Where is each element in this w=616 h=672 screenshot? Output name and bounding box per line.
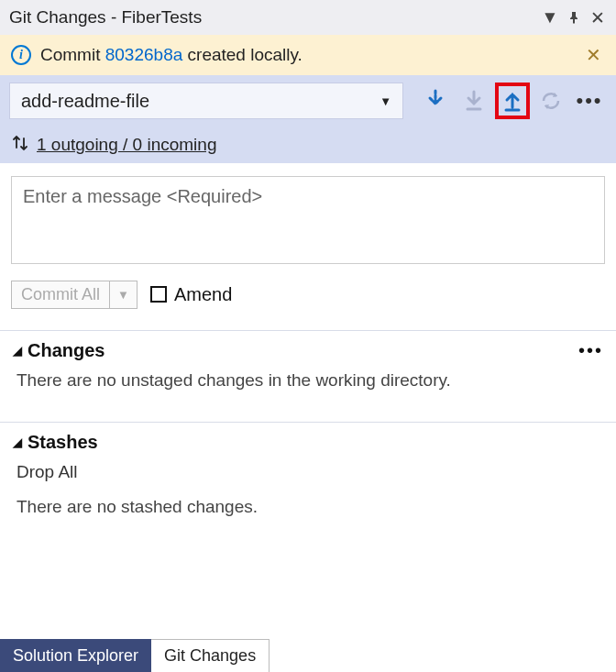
notification-close-icon[interactable]: ✕ bbox=[582, 40, 605, 70]
changes-body: There are no unstaged changes in the wor… bbox=[13, 370, 603, 391]
chevron-down-icon: ▼ bbox=[380, 94, 391, 108]
changes-section: ◢ Changes ••• There are no unstaged chan… bbox=[0, 330, 616, 405]
commit-message-input[interactable]: Enter a message <Required> bbox=[11, 176, 605, 264]
window-controls: ▼ ✕ bbox=[541, 8, 607, 27]
sync-status-link[interactable]: 1 outgoing / 0 incoming bbox=[37, 135, 216, 155]
checkbox-icon bbox=[150, 286, 167, 303]
commit-row: Commit All ▼ Amend bbox=[0, 275, 616, 314]
pin-icon[interactable] bbox=[565, 8, 583, 27]
window-title: Git Changes - FiberTests bbox=[9, 7, 541, 28]
commit-link[interactable]: 80326b8a bbox=[105, 45, 183, 64]
commit-all-button[interactable]: Commit All ▼ bbox=[11, 281, 138, 309]
amend-checkbox[interactable]: Amend bbox=[150, 284, 232, 305]
tab-solution-explorer[interactable]: Solution Explorer bbox=[0, 639, 151, 672]
fetch-button[interactable] bbox=[418, 83, 453, 119]
title-bar: Git Changes - FiberTests ▼ ✕ bbox=[0, 0, 616, 35]
sync-status-row: 1 outgoing / 0 incoming bbox=[0, 127, 616, 163]
changes-header[interactable]: ◢ Changes ••• bbox=[13, 340, 603, 361]
pull-button[interactable] bbox=[456, 83, 491, 119]
branch-selector[interactable]: add-readme-file ▼ bbox=[9, 83, 403, 119]
collapse-icon: ◢ bbox=[13, 344, 22, 358]
notification-bar: i Commit 80326b8a created locally. ✕ bbox=[0, 35, 616, 75]
close-icon[interactable]: ✕ bbox=[588, 8, 607, 27]
commit-dropdown-icon[interactable]: ▼ bbox=[110, 281, 138, 309]
collapse-icon: ◢ bbox=[13, 435, 22, 449]
stashes-body: Drop All There are no stashed changes. bbox=[13, 462, 603, 517]
info-icon: i bbox=[11, 45, 31, 65]
sync-button[interactable] bbox=[534, 83, 568, 119]
branch-name: add-readme-file bbox=[21, 91, 149, 112]
bottom-tabs: Solution Explorer Git Changes bbox=[0, 639, 616, 672]
stashes-header[interactable]: ◢ Stashes bbox=[13, 432, 603, 453]
sync-arrows-icon bbox=[11, 134, 29, 157]
drop-all-link[interactable]: Drop All bbox=[16, 462, 603, 482]
changes-more-button[interactable]: ••• bbox=[578, 340, 603, 361]
push-button[interactable] bbox=[495, 83, 530, 119]
stashes-section: ◢ Stashes Drop All There are no stashed … bbox=[0, 422, 616, 532]
branch-toolbar: add-readme-file ▼ ••• bbox=[0, 75, 616, 127]
notification-message: Commit 80326b8a created locally. bbox=[40, 45, 573, 65]
tab-git-changes[interactable]: Git Changes bbox=[151, 639, 270, 672]
dropdown-icon[interactable]: ▼ bbox=[541, 8, 559, 27]
more-button[interactable]: ••• bbox=[572, 83, 607, 119]
